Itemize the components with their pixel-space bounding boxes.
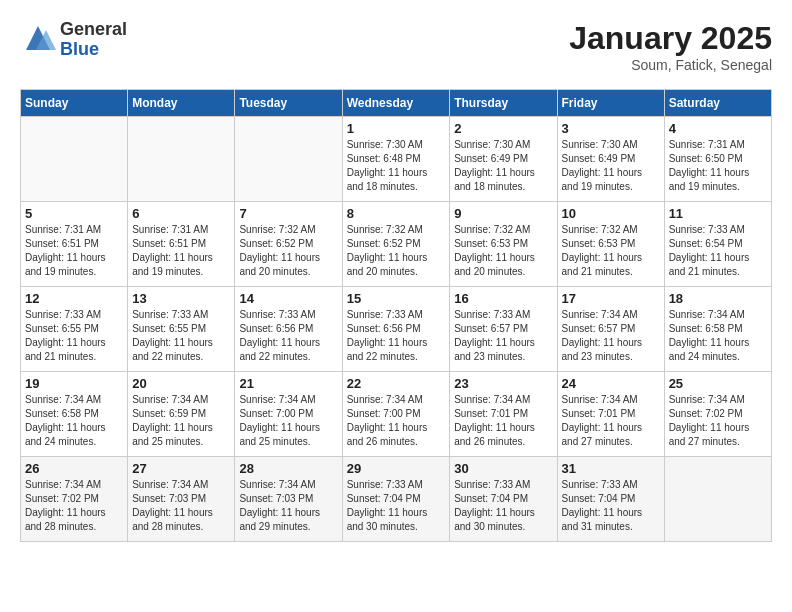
weekday-header-saturday: Saturday bbox=[664, 90, 771, 117]
day-info: Sunrise: 7:31 AM Sunset: 6:51 PM Dayligh… bbox=[132, 223, 230, 279]
calendar-cell: 23Sunrise: 7:34 AM Sunset: 7:01 PM Dayli… bbox=[450, 372, 557, 457]
weekday-header-monday: Monday bbox=[128, 90, 235, 117]
day-info: Sunrise: 7:32 AM Sunset: 6:53 PM Dayligh… bbox=[562, 223, 660, 279]
day-number: 21 bbox=[239, 376, 337, 391]
calendar-week-row-2: 12Sunrise: 7:33 AM Sunset: 6:55 PM Dayli… bbox=[21, 287, 772, 372]
calendar-cell: 25Sunrise: 7:34 AM Sunset: 7:02 PM Dayli… bbox=[664, 372, 771, 457]
day-number: 20 bbox=[132, 376, 230, 391]
logo-blue-label: Blue bbox=[60, 40, 127, 60]
calendar-cell: 10Sunrise: 7:32 AM Sunset: 6:53 PM Dayli… bbox=[557, 202, 664, 287]
day-info: Sunrise: 7:31 AM Sunset: 6:50 PM Dayligh… bbox=[669, 138, 767, 194]
weekday-header-wednesday: Wednesday bbox=[342, 90, 450, 117]
calendar-cell: 11Sunrise: 7:33 AM Sunset: 6:54 PM Dayli… bbox=[664, 202, 771, 287]
calendar-cell: 4Sunrise: 7:31 AM Sunset: 6:50 PM Daylig… bbox=[664, 117, 771, 202]
day-info: Sunrise: 7:34 AM Sunset: 6:58 PM Dayligh… bbox=[25, 393, 123, 449]
day-number: 5 bbox=[25, 206, 123, 221]
calendar-cell: 5Sunrise: 7:31 AM Sunset: 6:51 PM Daylig… bbox=[21, 202, 128, 287]
calendar-cell: 30Sunrise: 7:33 AM Sunset: 7:04 PM Dayli… bbox=[450, 457, 557, 542]
calendar-week-row-3: 19Sunrise: 7:34 AM Sunset: 6:58 PM Dayli… bbox=[21, 372, 772, 457]
day-number: 17 bbox=[562, 291, 660, 306]
calendar-cell: 28Sunrise: 7:34 AM Sunset: 7:03 PM Dayli… bbox=[235, 457, 342, 542]
day-number: 9 bbox=[454, 206, 552, 221]
month-title: January 2025 bbox=[569, 20, 772, 57]
day-info: Sunrise: 7:31 AM Sunset: 6:51 PM Dayligh… bbox=[25, 223, 123, 279]
day-info: Sunrise: 7:34 AM Sunset: 6:57 PM Dayligh… bbox=[562, 308, 660, 364]
calendar-cell: 26Sunrise: 7:34 AM Sunset: 7:02 PM Dayli… bbox=[21, 457, 128, 542]
calendar-cell: 1Sunrise: 7:30 AM Sunset: 6:48 PM Daylig… bbox=[342, 117, 450, 202]
weekday-header-thursday: Thursday bbox=[450, 90, 557, 117]
calendar-cell bbox=[21, 117, 128, 202]
day-info: Sunrise: 7:34 AM Sunset: 7:01 PM Dayligh… bbox=[454, 393, 552, 449]
day-number: 18 bbox=[669, 291, 767, 306]
day-info: Sunrise: 7:30 AM Sunset: 6:49 PM Dayligh… bbox=[454, 138, 552, 194]
day-info: Sunrise: 7:32 AM Sunset: 6:53 PM Dayligh… bbox=[454, 223, 552, 279]
day-number: 6 bbox=[132, 206, 230, 221]
day-info: Sunrise: 7:33 AM Sunset: 6:57 PM Dayligh… bbox=[454, 308, 552, 364]
location-label: Soum, Fatick, Senegal bbox=[569, 57, 772, 73]
day-info: Sunrise: 7:30 AM Sunset: 6:49 PM Dayligh… bbox=[562, 138, 660, 194]
weekday-header-sunday: Sunday bbox=[21, 90, 128, 117]
calendar-cell: 9Sunrise: 7:32 AM Sunset: 6:53 PM Daylig… bbox=[450, 202, 557, 287]
day-number: 19 bbox=[25, 376, 123, 391]
day-info: Sunrise: 7:34 AM Sunset: 7:01 PM Dayligh… bbox=[562, 393, 660, 449]
weekday-header-row: SundayMondayTuesdayWednesdayThursdayFrid… bbox=[21, 90, 772, 117]
calendar-cell bbox=[128, 117, 235, 202]
calendar-cell: 3Sunrise: 7:30 AM Sunset: 6:49 PM Daylig… bbox=[557, 117, 664, 202]
day-info: Sunrise: 7:34 AM Sunset: 7:02 PM Dayligh… bbox=[25, 478, 123, 534]
calendar-cell: 2Sunrise: 7:30 AM Sunset: 6:49 PM Daylig… bbox=[450, 117, 557, 202]
calendar-cell: 6Sunrise: 7:31 AM Sunset: 6:51 PM Daylig… bbox=[128, 202, 235, 287]
day-info: Sunrise: 7:32 AM Sunset: 6:52 PM Dayligh… bbox=[239, 223, 337, 279]
day-info: Sunrise: 7:34 AM Sunset: 6:59 PM Dayligh… bbox=[132, 393, 230, 449]
day-number: 23 bbox=[454, 376, 552, 391]
calendar-cell: 21Sunrise: 7:34 AM Sunset: 7:00 PM Dayli… bbox=[235, 372, 342, 457]
calendar-cell: 14Sunrise: 7:33 AM Sunset: 6:56 PM Dayli… bbox=[235, 287, 342, 372]
day-info: Sunrise: 7:34 AM Sunset: 6:58 PM Dayligh… bbox=[669, 308, 767, 364]
calendar-table: SundayMondayTuesdayWednesdayThursdayFrid… bbox=[20, 89, 772, 542]
day-info: Sunrise: 7:32 AM Sunset: 6:52 PM Dayligh… bbox=[347, 223, 446, 279]
title-block: January 2025 Soum, Fatick, Senegal bbox=[569, 20, 772, 73]
day-info: Sunrise: 7:33 AM Sunset: 6:56 PM Dayligh… bbox=[347, 308, 446, 364]
calendar-week-row-4: 26Sunrise: 7:34 AM Sunset: 7:02 PM Dayli… bbox=[21, 457, 772, 542]
logo: General Blue bbox=[20, 20, 127, 60]
day-number: 4 bbox=[669, 121, 767, 136]
calendar-cell: 15Sunrise: 7:33 AM Sunset: 6:56 PM Dayli… bbox=[342, 287, 450, 372]
day-number: 14 bbox=[239, 291, 337, 306]
day-number: 22 bbox=[347, 376, 446, 391]
calendar-cell: 12Sunrise: 7:33 AM Sunset: 6:55 PM Dayli… bbox=[21, 287, 128, 372]
calendar-cell: 7Sunrise: 7:32 AM Sunset: 6:52 PM Daylig… bbox=[235, 202, 342, 287]
day-info: Sunrise: 7:33 AM Sunset: 6:54 PM Dayligh… bbox=[669, 223, 767, 279]
day-info: Sunrise: 7:34 AM Sunset: 7:02 PM Dayligh… bbox=[669, 393, 767, 449]
day-info: Sunrise: 7:33 AM Sunset: 6:55 PM Dayligh… bbox=[132, 308, 230, 364]
day-info: Sunrise: 7:33 AM Sunset: 6:56 PM Dayligh… bbox=[239, 308, 337, 364]
calendar-cell bbox=[235, 117, 342, 202]
calendar-cell: 18Sunrise: 7:34 AM Sunset: 6:58 PM Dayli… bbox=[664, 287, 771, 372]
day-number: 24 bbox=[562, 376, 660, 391]
calendar-cell bbox=[664, 457, 771, 542]
day-number: 11 bbox=[669, 206, 767, 221]
calendar-cell: 16Sunrise: 7:33 AM Sunset: 6:57 PM Dayli… bbox=[450, 287, 557, 372]
day-number: 12 bbox=[25, 291, 123, 306]
day-info: Sunrise: 7:34 AM Sunset: 7:03 PM Dayligh… bbox=[132, 478, 230, 534]
logo-icon bbox=[20, 22, 56, 58]
day-info: Sunrise: 7:33 AM Sunset: 7:04 PM Dayligh… bbox=[347, 478, 446, 534]
calendar-cell: 20Sunrise: 7:34 AM Sunset: 6:59 PM Dayli… bbox=[128, 372, 235, 457]
calendar-cell: 17Sunrise: 7:34 AM Sunset: 6:57 PM Dayli… bbox=[557, 287, 664, 372]
day-number: 7 bbox=[239, 206, 337, 221]
calendar-cell: 19Sunrise: 7:34 AM Sunset: 6:58 PM Dayli… bbox=[21, 372, 128, 457]
page-header: General Blue January 2025 Soum, Fatick, … bbox=[20, 20, 772, 73]
day-info: Sunrise: 7:34 AM Sunset: 7:03 PM Dayligh… bbox=[239, 478, 337, 534]
day-number: 28 bbox=[239, 461, 337, 476]
day-info: Sunrise: 7:34 AM Sunset: 7:00 PM Dayligh… bbox=[239, 393, 337, 449]
day-number: 8 bbox=[347, 206, 446, 221]
weekday-header-friday: Friday bbox=[557, 90, 664, 117]
day-info: Sunrise: 7:34 AM Sunset: 7:00 PM Dayligh… bbox=[347, 393, 446, 449]
day-number: 27 bbox=[132, 461, 230, 476]
day-info: Sunrise: 7:33 AM Sunset: 6:55 PM Dayligh… bbox=[25, 308, 123, 364]
calendar-cell: 24Sunrise: 7:34 AM Sunset: 7:01 PM Dayli… bbox=[557, 372, 664, 457]
calendar-cell: 22Sunrise: 7:34 AM Sunset: 7:00 PM Dayli… bbox=[342, 372, 450, 457]
logo-text: General Blue bbox=[60, 20, 127, 60]
day-number: 16 bbox=[454, 291, 552, 306]
weekday-header-tuesday: Tuesday bbox=[235, 90, 342, 117]
day-number: 25 bbox=[669, 376, 767, 391]
calendar-cell: 27Sunrise: 7:34 AM Sunset: 7:03 PM Dayli… bbox=[128, 457, 235, 542]
